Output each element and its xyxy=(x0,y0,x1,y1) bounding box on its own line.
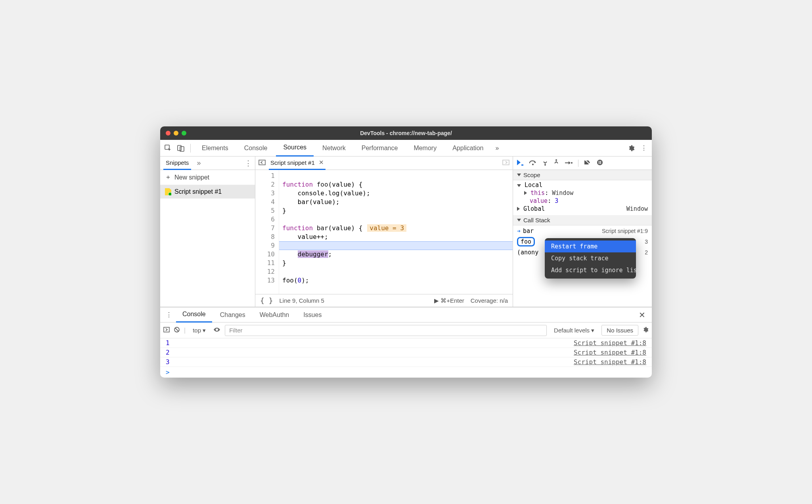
tab-network[interactable]: Network xyxy=(315,140,353,157)
deactivate-breakpoints-icon[interactable] xyxy=(584,159,591,167)
console-row[interactable]: 3Script snippet #1:8 xyxy=(160,357,652,367)
drawer-tab-webauthn[interactable]: WebAuthn xyxy=(253,307,295,323)
context-selector[interactable]: top ▾ xyxy=(190,326,209,335)
drawer-menu-icon[interactable]: ⋮ xyxy=(163,309,174,321)
tab-application[interactable]: Application xyxy=(445,140,490,157)
ctx-restart-frame[interactable]: Restart frame xyxy=(545,241,636,252)
resume-icon[interactable] xyxy=(516,159,523,167)
plus-icon: ＋ xyxy=(165,173,171,181)
inspect-element-icon[interactable] xyxy=(163,143,174,154)
devtools-window: DevTools - chrome://new-tab-page/ Elemen… xyxy=(160,126,652,378)
snippets-tab[interactable]: Snippets xyxy=(163,157,191,170)
svg-point-8 xyxy=(555,159,557,161)
stack-frame-bar[interactable]: ➔bar Script snippet #1:9 xyxy=(513,226,652,236)
step-out-icon[interactable] xyxy=(553,159,559,167)
device-toggle-icon[interactable] xyxy=(175,143,186,154)
svg-rect-11 xyxy=(599,161,599,164)
nav-fwd-icon[interactable] xyxy=(502,160,509,167)
editor-tab-label: Script snippet #1 xyxy=(270,159,315,166)
no-issues-button[interactable]: No Issues xyxy=(601,325,638,336)
main-tabbar: Elements Console Sources Network Perform… xyxy=(160,140,652,157)
scope-value: value: 3 xyxy=(517,197,648,205)
line-gutter: 12345678910111213 xyxy=(255,170,279,294)
console-prompt[interactable]: > xyxy=(160,367,652,378)
tabs-more[interactable]: » xyxy=(492,140,502,157)
tab-performance[interactable]: Performance xyxy=(354,140,405,157)
cursor-position: Line 9, Column 5 xyxy=(280,297,324,304)
scope-header[interactable]: Scope xyxy=(513,170,652,180)
drawer-close-icon[interactable]: ✕ xyxy=(636,310,649,320)
step-into-icon[interactable] xyxy=(542,159,548,167)
gear-icon[interactable] xyxy=(626,143,637,154)
separator xyxy=(578,160,578,167)
context-menu: Restart frame Copy stack trace Add scrip… xyxy=(545,238,636,279)
pause-exceptions-icon[interactable] xyxy=(597,159,603,167)
console-row[interactable]: 2Script snippet #1:8 xyxy=(160,348,652,357)
drawer: ⋮ Console Changes WebAuthn Issues ✕ | to… xyxy=(160,307,652,378)
callstack-body: ➔bar Script snippet #1:9 foo 3 (anony 2 … xyxy=(513,225,652,258)
filter-input[interactable]: Filter xyxy=(225,325,547,336)
svg-rect-1 xyxy=(178,145,181,151)
format-icon[interactable]: { } xyxy=(260,296,273,305)
ctx-copy-stack[interactable]: Copy stack trace xyxy=(545,252,636,264)
svg-point-9 xyxy=(571,162,573,164)
step-icon[interactable] xyxy=(565,160,573,166)
tab-memory[interactable]: Memory xyxy=(406,140,444,157)
svg-point-10 xyxy=(597,160,603,165)
titlebar: DevTools - chrome://new-tab-page/ xyxy=(160,126,652,140)
svg-rect-4 xyxy=(503,160,509,165)
console-sidebar-icon[interactable] xyxy=(163,327,170,334)
svg-rect-12 xyxy=(600,161,601,164)
nav-back-icon[interactable] xyxy=(259,160,266,167)
code-area[interactable]: function foo(value) { console.log(value)… xyxy=(279,170,513,294)
svg-point-6 xyxy=(532,164,534,165)
scope-body: Local this: Window value: 3 GlobalWindow xyxy=(513,180,652,215)
snippet-name: Script snippet #1 xyxy=(174,188,222,195)
new-snippet-label: New snippet xyxy=(174,174,209,181)
sources-panel: Snippets » ⋮ ＋ New snippet Script snippe… xyxy=(160,157,652,307)
tab-console[interactable]: Console xyxy=(237,140,275,157)
tab-elements[interactable]: Elements xyxy=(195,140,236,157)
kebab-menu-icon[interactable]: ⋮ xyxy=(638,143,649,154)
navigator-pane: Snippets » ⋮ ＋ New snippet Script snippe… xyxy=(160,157,255,307)
coverage-label: Coverage: n/a xyxy=(471,297,508,304)
editor-body[interactable]: 12345678910111213 function foo(value) { … xyxy=(255,170,513,294)
editor-tabbar: Script snippet #1 ✕ xyxy=(255,157,513,170)
navigator-menu-icon[interactable]: ⋮ xyxy=(245,159,252,168)
scope-local[interactable]: Local xyxy=(517,181,648,189)
levels-selector[interactable]: Default levels ▾ xyxy=(551,326,598,335)
new-snippet-button[interactable]: ＋ New snippet xyxy=(160,170,255,185)
window-title: DevTools - chrome://new-tab-page/ xyxy=(160,130,652,136)
editor-tab[interactable]: Script snippet #1 ✕ xyxy=(269,157,326,170)
live-expr-icon[interactable] xyxy=(213,327,221,334)
drawer-tab-issues[interactable]: Issues xyxy=(297,307,328,323)
drawer-tab-console[interactable]: Console xyxy=(176,307,212,323)
run-hint[interactable]: ▶ ⌘+Enter xyxy=(434,297,464,304)
console-row[interactable]: 1Script snippet #1:8 xyxy=(160,338,652,348)
scope-this[interactable]: this: Window xyxy=(517,189,648,197)
svg-rect-3 xyxy=(259,160,265,165)
snippet-item[interactable]: Script snippet #1 xyxy=(160,185,255,199)
console-settings-icon[interactable] xyxy=(642,326,649,334)
editor-pane: Script snippet #1 ✕ 12345678910111213 fu… xyxy=(255,157,513,307)
clear-console-icon[interactable] xyxy=(174,326,180,334)
step-over-icon[interactable] xyxy=(529,159,537,167)
svg-rect-13 xyxy=(164,327,169,332)
scope-global[interactable]: GlobalWindow xyxy=(517,205,648,213)
navigator-tabs: Snippets » ⋮ xyxy=(160,157,255,170)
close-tab-icon[interactable]: ✕ xyxy=(319,159,324,166)
separator xyxy=(190,144,191,153)
snippet-file-icon xyxy=(165,188,171,195)
drawer-tabbar: ⋮ Console Changes WebAuthn Issues ✕ xyxy=(160,307,652,323)
navigator-more[interactable]: » xyxy=(194,159,203,167)
tab-sources[interactable]: Sources xyxy=(276,140,314,157)
console-output: 1Script snippet #1:8 2Script snippet #1:… xyxy=(160,338,652,367)
editor-statusbar: { } Line 9, Column 5 ▶ ⌘+Enter Coverage:… xyxy=(255,294,513,307)
debugger-pane: Scope Local this: Window value: 3 Global… xyxy=(513,157,652,307)
drawer-tab-changes[interactable]: Changes xyxy=(214,307,252,323)
debugger-toolbar xyxy=(513,157,652,170)
svg-point-7 xyxy=(544,164,546,166)
svg-rect-5 xyxy=(521,164,523,166)
callstack-header[interactable]: Call Stack xyxy=(513,215,652,225)
ctx-ignore-list[interactable]: Add script to ignore list xyxy=(545,264,636,276)
